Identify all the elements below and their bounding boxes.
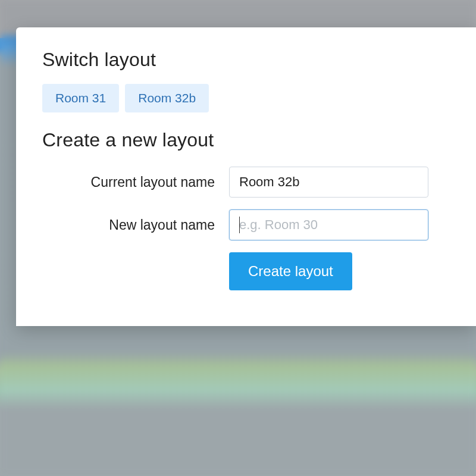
create-layout-button[interactable]: Create layout [229,252,352,290]
layout-chip-room-32b[interactable]: Room 32b [125,84,209,112]
current-layout-row: Current layout name [42,167,450,198]
current-layout-label: Current layout name [42,174,215,190]
create-button-row: Create layout [42,252,450,290]
new-layout-input[interactable] [229,209,428,240]
current-layout-input[interactable] [229,167,428,198]
layout-chip-room-31[interactable]: Room 31 [42,84,119,112]
create-layout-title: Create a new layout [42,129,450,151]
switch-layout-title: Switch layout [42,49,450,71]
layout-chip-list: Room 31 Room 32b [42,84,450,112]
new-layout-label: New layout name [42,217,215,233]
layout-dialog: Switch layout Room 31 Room 32b Create a … [16,27,476,326]
new-layout-row: New layout name [42,209,450,240]
